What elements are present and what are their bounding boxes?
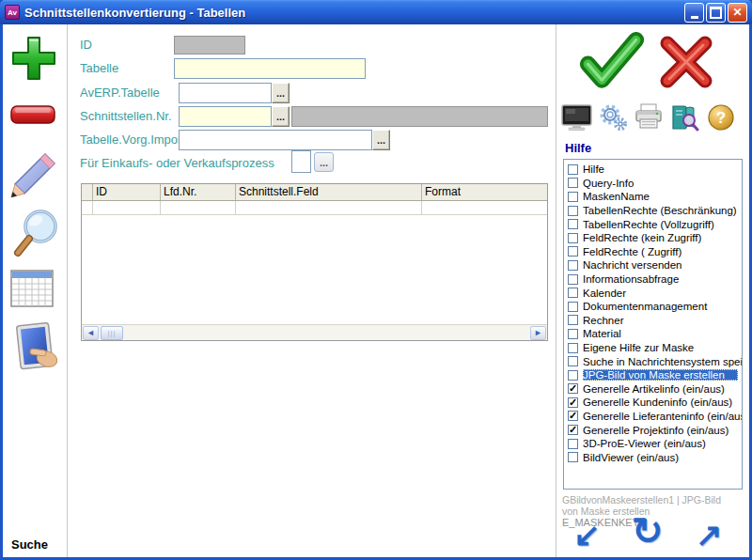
- checkbox-icon[interactable]: [568, 425, 578, 435]
- hilfe-list-item[interactable]: BildViewer (ein/aus): [564, 450, 742, 464]
- detail-grid[interactable]: ID Lfd.Nr. Schnittstell.Feld Format: [81, 183, 548, 341]
- edit-record-button[interactable]: [9, 150, 58, 205]
- refresh-button[interactable]: ↻: [632, 515, 664, 547]
- checkbox-icon[interactable]: [568, 274, 578, 285]
- delete-record-button[interactable]: [9, 103, 56, 130]
- checkbox-icon[interactable]: [568, 192, 578, 202]
- confirm-button[interactable]: [577, 32, 647, 96]
- hilfe-list-item[interactable]: Generelle Projektinfo (ein/aus): [564, 423, 742, 437]
- checkbox-icon[interactable]: [568, 411, 578, 421]
- schnittstellen-nr-browse-button[interactable]: ...: [272, 106, 290, 127]
- hilfe-list-item[interactable]: Hilfe: [564, 163, 742, 177]
- checkbox-icon[interactable]: [568, 439, 578, 449]
- checkbox-icon[interactable]: [568, 288, 578, 298]
- title-bar[interactable]: Av Schnittstellenkonvertierung - Tabelle…: [0, 0, 752, 24]
- hilfe-list-item[interactable]: Eigene Hilfe zur Maske: [564, 341, 742, 355]
- hilfe-list-item[interactable]: Rechner: [564, 314, 742, 328]
- hilfe-list-item[interactable]: 3D-ProE-Viewer (ein/aus): [564, 437, 742, 451]
- hilfe-item-label: Generelle Artikelinfo (ein/aus): [583, 383, 725, 395]
- screen-capture-button[interactable]: [561, 103, 593, 135]
- screen-select-button[interactable]: [9, 321, 62, 381]
- left-toolbar: Suche: [3, 24, 68, 557]
- averp-tabelle-input[interactable]: [179, 83, 272, 103]
- checkbox-icon[interactable]: [568, 452, 578, 462]
- checkbox-icon[interactable]: [568, 164, 578, 175]
- hilfe-list-item[interactable]: TabellenRechte (Vollzugriff): [564, 217, 742, 231]
- hilfe-list-item[interactable]: Suche in Nachrichtensystem speich: [564, 354, 742, 368]
- scroll-left-arrow-icon[interactable]: ◄: [83, 326, 99, 340]
- search-record-button[interactable]: [9, 207, 62, 265]
- settings-button[interactable]: [597, 103, 629, 135]
- checkbox-icon[interactable]: [568, 397, 578, 408]
- hilfe-list-item[interactable]: Generelle Artikelinfo (ein/aus): [564, 382, 742, 397]
- help-button[interactable]: ?: [706, 103, 736, 135]
- grid-col-header-format[interactable]: Format: [422, 184, 547, 200]
- checkbox-icon[interactable]: [568, 315, 578, 325]
- tabelle-input[interactable]: [174, 58, 366, 79]
- einkaufs-verkaufsprozess-input[interactable]: [291, 150, 311, 173]
- table-view-button[interactable]: [9, 267, 55, 316]
- checkbox-icon[interactable]: [568, 178, 578, 188]
- grid-col-header-lfdnr[interactable]: Lfd.Nr.: [161, 184, 236, 200]
- grid-row-selector[interactable]: [82, 201, 93, 214]
- checkbox-icon[interactable]: [568, 343, 578, 353]
- add-plus-icon: [9, 34, 58, 86]
- hilfe-list-item[interactable]: Material: [564, 327, 742, 341]
- checkbox-icon[interactable]: [568, 233, 578, 243]
- hilfe-list-item[interactable]: Generelle Lieferanteninfo (ein/aus): [564, 410, 742, 424]
- scroll-right-arrow-icon[interactable]: ►: [530, 326, 546, 340]
- einkaufs-verkaufsprozess-browse-button[interactable]: ...: [314, 152, 334, 172]
- add-record-button[interactable]: [9, 34, 58, 90]
- print-button[interactable]: [633, 103, 665, 135]
- schnittstellen-nr-input[interactable]: [179, 106, 272, 127]
- hilfe-item-label: JPG-Bild von Maske erstellen: [583, 369, 738, 381]
- grid-horizontal-scrollbar[interactable]: ◄ ||| ►: [82, 324, 547, 340]
- field-label-tabelle: Tabelle: [80, 61, 118, 75]
- checkbox-icon[interactable]: [568, 302, 578, 312]
- close-button[interactable]: [728, 3, 747, 23]
- averp-tabelle-browse-button[interactable]: ...: [272, 83, 290, 103]
- arrow-down-left-icon: ↙: [573, 517, 601, 552]
- maximize-button[interactable]: [706, 3, 726, 23]
- hilfe-item-label: Generelle Projektinfo (ein/aus): [583, 425, 728, 436]
- hilfe-list-item[interactable]: MaskenName: [564, 190, 742, 204]
- checkbox-icon[interactable]: [568, 383, 578, 394]
- hilfe-list-item[interactable]: Query-Info: [564, 177, 742, 191]
- tabelle-vorg-import-input[interactable]: [179, 130, 372, 150]
- screen-icon: [561, 103, 593, 132]
- grid-col-header-schnittstell-feld[interactable]: Schnittstell.Feld: [236, 184, 422, 200]
- navigate-forward-button[interactable]: ↗: [696, 519, 723, 551]
- hilfe-item-label: Eigene Hilfe zur Maske: [583, 342, 694, 353]
- cancel-button[interactable]: [654, 34, 718, 94]
- hilfe-list-item[interactable]: Nachricht versenden: [564, 258, 742, 272]
- minimize-button[interactable]: [684, 3, 704, 23]
- checkbox-icon[interactable]: [568, 219, 578, 229]
- hilfe-list-item[interactable]: Kalender: [564, 286, 742, 300]
- field-label-averp-tabelle: AvERP.Tabelle: [80, 86, 160, 100]
- grid-col-header-id[interactable]: ID: [93, 184, 161, 200]
- hilfe-item-label: FeldRechte (kein Zugriff): [583, 232, 701, 243]
- hilfe-item-label: Generelle Kundeninfo (ein/aus): [583, 397, 732, 408]
- tabelle-vorg-import-browse-button[interactable]: ...: [372, 130, 390, 150]
- checkbox-icon[interactable]: [568, 329, 578, 339]
- hilfe-options-list[interactable]: Hilfe Query-Info MaskenName Tabe: [563, 159, 743, 490]
- hilfe-list-item[interactable]: FeldRechte (kein Zugriff): [564, 231, 742, 245]
- hilfe-list-item[interactable]: Generelle Kundeninfo (ein/aus): [564, 396, 742, 410]
- hilfe-item-label: Material: [583, 328, 621, 339]
- navigate-back-button[interactable]: ↙: [573, 519, 601, 551]
- hilfe-item-label: BildViewer (ein/aus): [583, 452, 679, 463]
- checkbox-icon[interactable]: [568, 356, 578, 366]
- scrollbar-thumb[interactable]: |||: [101, 326, 123, 340]
- hilfe-list-item[interactable]: TabellenRechte (Beschränkung): [564, 204, 742, 218]
- grid-row[interactable]: [82, 201, 547, 215]
- hilfe-list-item[interactable]: Dokumentenmanagement: [564, 300, 742, 314]
- lookup-info-button[interactable]: [668, 103, 700, 135]
- hilfe-list-item[interactable]: JPG-Bild von Maske erstellen: [564, 368, 742, 382]
- checkbox-icon[interactable]: [568, 206, 578, 216]
- checkbox-icon[interactable]: [568, 246, 578, 257]
- hilfe-list-item[interactable]: FeldRechte ( Zugriff): [564, 245, 742, 259]
- suche-status-label: Suche: [11, 537, 48, 552]
- checkbox-icon[interactable]: [568, 260, 578, 271]
- checkbox-icon[interactable]: [568, 370, 578, 381]
- hilfe-list-item[interactable]: Informationsabfrage: [564, 272, 742, 287]
